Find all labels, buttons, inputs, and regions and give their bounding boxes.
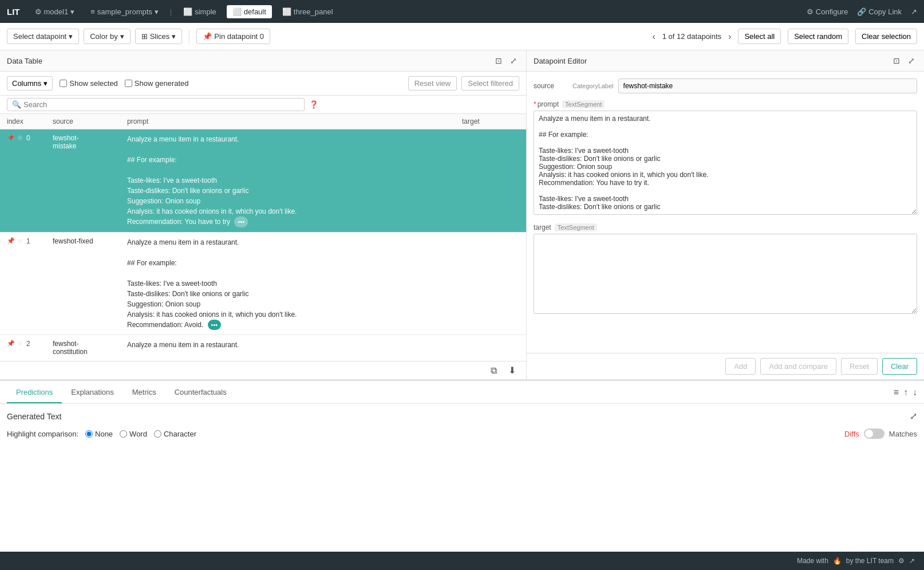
table-row[interactable]: 📌 ☆ 0 fewshot-mistake Analyze a menu ite… — [0, 129, 526, 233]
nav-tab-simple[interactable]: ⬜ simple — [177, 5, 222, 18]
table-row[interactable]: 📌 ☆ 2 fewshot-constitution Analyze a men… — [0, 335, 526, 361]
datapoint-editor-body: source CategoryLabel prompt TextSegment … — [527, 72, 924, 353]
tab-metrics[interactable]: Metrics — [123, 382, 165, 403]
diffs-label: Diffs — [844, 430, 859, 438]
tab-explanations[interactable]: Explanations — [62, 382, 123, 403]
add-button[interactable]: Add — [725, 358, 756, 375]
row-index-cell: 📌 ☆ 1 — [7, 237, 53, 245]
pin-icon[interactable]: 📌 — [7, 134, 15, 141]
reset-button[interactable]: Reset — [841, 358, 878, 375]
highlight-radio-group: None Word Character — [85, 430, 196, 438]
show-selected-checkbox[interactable]: Show selected — [60, 79, 118, 88]
highlight-none[interactable]: None — [85, 430, 113, 438]
reset-view-button[interactable]: Reset view — [408, 76, 457, 91]
expand-generated-text-button[interactable]: ⤢ — [910, 411, 917, 422]
col-header-source: source — [53, 117, 127, 125]
footer-external-icon[interactable]: ↗ — [909, 557, 915, 565]
prompt-label: prompt — [534, 100, 559, 108]
select-datapoint-button[interactable]: Select datapoint ▾ — [7, 29, 79, 44]
row-number: 1 — [26, 237, 30, 245]
tab-predictions[interactable]: Predictions — [7, 382, 62, 403]
download-row-button[interactable]: ⬇ — [505, 364, 519, 377]
table-header: index source prompt target — [0, 114, 526, 129]
add-compare-button[interactable]: Add and compare — [760, 358, 836, 375]
data-table-header: Data Table ⊡ ⤢ — [0, 50, 526, 72]
slices-icon: ⊞ — [141, 32, 148, 41]
expand-icon[interactable]: ⤢ — [508, 55, 519, 66]
source-label: source — [534, 82, 568, 90]
select-all-button[interactable]: Select all — [738, 29, 781, 44]
slices-button[interactable]: ⊞ Slices ▾ — [135, 29, 183, 44]
layout-icon: ⬜ — [282, 7, 291, 16]
sort-desc-icon[interactable]: ↓ — [913, 387, 917, 398]
data-table-body: 📌 ☆ 0 fewshot-mistake Analyze a menu ite… — [0, 129, 526, 361]
nav-tab-model1[interactable]: ⚙ model1 ▾ — [29, 5, 81, 18]
datapoint-editor-header: Datapoint Editor ⊡ ⤢ — [527, 50, 924, 72]
star-icon[interactable]: ☆ — [17, 340, 23, 347]
prev-datapoint-button[interactable]: ‹ — [652, 32, 655, 42]
truncation-badge[interactable]: ••• — [234, 217, 248, 227]
color-by-button[interactable]: Color by ▾ — [84, 29, 130, 44]
bottom-section: Predictions Explanations Metrics Counter… — [0, 380, 924, 552]
target-field: target TextSegment — [534, 223, 917, 316]
chevron-down-icon: ▾ — [44, 79, 48, 88]
page-footer: Made with 🔥 by the LIT team ⚙ ↗ — [0, 552, 924, 570]
chevron-down-icon: ▾ — [172, 32, 176, 41]
external-icon: ↗ — [911, 7, 917, 16]
nav-tab-three-panel[interactable]: ⬜ three_panel — [277, 5, 339, 18]
clear-selection-button[interactable]: Clear selection — [855, 29, 917, 44]
datapoints-info: 1 of 12 datapoints — [662, 32, 721, 41]
minimize-icon[interactable]: ⊡ — [891, 55, 902, 66]
highlight-word[interactable]: Word — [120, 430, 147, 438]
main-toolbar: Select datapoint ▾ Color by ▾ ⊞ Slices ▾… — [0, 23, 924, 50]
source-input[interactable] — [618, 78, 917, 93]
nav-tab-default[interactable]: ⬜ default — [227, 5, 272, 18]
select-random-button[interactable]: Select random — [788, 29, 848, 44]
footer-settings-icon[interactable]: ⚙ — [898, 557, 905, 565]
minimize-icon[interactable]: ⊡ — [493, 55, 504, 66]
target-textarea[interactable] — [534, 234, 917, 314]
col-header-prompt: prompt — [127, 117, 462, 125]
star-icon[interactable]: ☆ — [17, 134, 23, 141]
table-row[interactable]: 📌 ☆ 1 fewshot-fixed Analyze a menu item … — [0, 233, 526, 336]
copy-row-button[interactable]: ⧉ — [487, 364, 500, 377]
prompt-textarea[interactable]: Analyze a menu item in a restaurant. ## … — [534, 111, 917, 215]
clear-button[interactable]: Clear — [882, 358, 917, 375]
configure-button[interactable]: ⚙ Configure — [807, 7, 848, 16]
pin-icon[interactable]: 📌 — [7, 340, 15, 347]
datapoint-editor-footer: Add Add and compare Reset Clear — [527, 353, 924, 379]
row-prompt: Analyze a menu item in a restaurant. ## … — [127, 237, 462, 331]
pin-datapoint-button[interactable]: 📌 Pin datapoint 0 — [196, 29, 270, 44]
show-generated-checkbox[interactable]: Show generated — [125, 79, 189, 88]
expand-icon[interactable]: ⤢ — [906, 55, 917, 66]
app-brand: LIT — [7, 7, 20, 17]
filter-icon[interactable]: ≡ — [894, 387, 899, 398]
sort-asc-icon[interactable]: ↑ — [903, 387, 908, 398]
columns-button[interactable]: Columns ▾ — [7, 76, 53, 91]
search-help-icon[interactable]: ❓ — [309, 100, 318, 109]
nav-tab-sample-prompts[interactable]: ≡ sample_prompts ▾ — [85, 5, 164, 18]
truncation-badge[interactable]: ••• — [208, 320, 222, 331]
search-input[interactable] — [23, 100, 299, 109]
diffs-toggle-switch[interactable] — [864, 429, 884, 439]
highlight-character[interactable]: Character — [154, 430, 196, 438]
chevron-down-icon: ▾ — [120, 32, 124, 41]
source-type: CategoryLabel — [572, 82, 614, 89]
footer-flame-icon: 🔥 — [833, 557, 842, 565]
tab-counterfactuals[interactable]: Counterfactuals — [165, 382, 236, 403]
nav-separator: | — [169, 7, 173, 16]
external-link-button[interactable]: ↗ — [911, 7, 917, 16]
row-source: fewshot-mistake — [53, 134, 127, 150]
star-icon[interactable]: ☆ — [17, 237, 23, 245]
next-datapoint-button[interactable]: › — [728, 32, 731, 42]
bottom-header-right: ≡ ↑ ↓ — [894, 387, 917, 398]
select-filtered-button[interactable]: Select filtered — [461, 76, 519, 91]
highlight-comparison-row: Highlight comparison: None Word Characte… — [7, 429, 917, 439]
prompt-field: prompt TextSegment Analyze a menu item i… — [534, 100, 917, 217]
top-navigation: LIT ⚙ model1 ▾ ≡ sample_prompts ▾ | ⬜ si… — [0, 0, 924, 23]
toolbar-divider — [189, 30, 189, 44]
generated-text-header: Generated Text ⤢ — [7, 411, 917, 422]
copy-link-button[interactable]: 🔗 Copy Link — [857, 7, 902, 16]
pin-icon[interactable]: 📌 — [7, 237, 15, 245]
prompt-label-row: prompt TextSegment — [534, 100, 917, 108]
